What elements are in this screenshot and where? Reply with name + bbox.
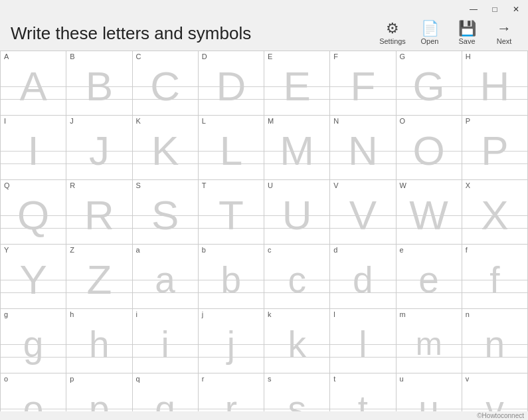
- cell-character: L: [199, 122, 264, 179]
- letter-cell: dd: [330, 245, 396, 309]
- cell-character: o: [1, 380, 66, 411]
- cell-character: u: [396, 380, 462, 411]
- close-button[interactable]: ✕: [509, 3, 523, 16]
- cell-character: F: [330, 58, 395, 115]
- cell-character: i: [133, 316, 198, 373]
- cell-character: f: [462, 251, 527, 308]
- cell-character: l: [330, 316, 395, 373]
- cell-character: m: [396, 316, 462, 373]
- letter-cell: VV: [330, 180, 396, 245]
- minimize-button[interactable]: —: [467, 3, 480, 16]
- cell-character: U: [264, 187, 329, 244]
- letter-cell: JJ: [66, 116, 132, 180]
- title-bar: — □ ✕: [0, 0, 528, 19]
- page-title: Write these letters and symbols: [11, 23, 379, 44]
- letter-cell: aa: [133, 245, 199, 309]
- letter-cell: cc: [264, 245, 330, 309]
- cell-character: Y: [1, 251, 66, 308]
- save-button[interactable]: 💾 Save: [454, 21, 480, 45]
- cell-character: O: [396, 122, 462, 179]
- letter-cell: ee: [396, 245, 462, 309]
- letter-cell: ss: [264, 373, 330, 411]
- cell-character: M: [264, 122, 329, 179]
- cell-character: Q: [1, 187, 66, 244]
- cell-character: k: [264, 316, 329, 373]
- cell-character: s: [264, 380, 329, 411]
- letter-grid: AABBCCDDEEFFGGHHIIJJKKLLMMNNOOPPQQRRSSTT…: [0, 51, 528, 411]
- cell-character: K: [133, 122, 198, 179]
- cell-character: e: [396, 251, 462, 308]
- cell-character: p: [66, 380, 132, 411]
- letter-cell: UU: [264, 180, 330, 245]
- letter-cell: oo: [1, 373, 66, 411]
- settings-button[interactable]: ⚙ Settings: [379, 21, 406, 45]
- letter-cell: WW: [396, 180, 462, 245]
- letter-cell: CC: [133, 51, 199, 116]
- maximize-button[interactable]: □: [488, 3, 501, 16]
- cell-character: T: [199, 187, 264, 244]
- letter-cell: kk: [264, 309, 330, 373]
- cell-character: P: [462, 122, 527, 179]
- cell-character: W: [396, 187, 462, 244]
- next-icon: →: [497, 21, 511, 36]
- letter-cell: hh: [66, 309, 132, 373]
- cell-character: C: [133, 58, 198, 115]
- letter-cell: EE: [264, 51, 330, 116]
- cell-character: I: [1, 122, 66, 179]
- cell-character: q: [133, 380, 198, 411]
- cell-character: R: [66, 187, 132, 244]
- cell-character: E: [264, 58, 329, 115]
- letter-cell: mm: [396, 309, 462, 373]
- cell-character: J: [66, 122, 132, 179]
- settings-label: Settings: [379, 37, 406, 45]
- save-icon: 💾: [458, 21, 476, 36]
- letter-cell: GG: [396, 51, 462, 116]
- letter-cell: gg: [1, 309, 66, 373]
- cell-character: g: [1, 316, 66, 373]
- cell-character: n: [462, 316, 527, 373]
- cell-character: V: [330, 187, 395, 244]
- toolbar: ⚙ Settings 📄 Open 💾 Save → Next: [379, 21, 517, 45]
- letter-cell: QQ: [1, 180, 66, 245]
- letter-cell: tt: [330, 373, 396, 411]
- letter-cell: PP: [462, 116, 528, 180]
- letter-cell: HH: [462, 51, 528, 116]
- letter-cell: jj: [199, 309, 264, 373]
- open-label: Open: [421, 37, 439, 45]
- next-button[interactable]: → Next: [491, 21, 517, 45]
- cell-character: S: [133, 187, 198, 244]
- letter-cell: NN: [330, 116, 396, 180]
- cell-character: h: [66, 316, 132, 373]
- letter-grid-container: AABBCCDDEEFFGGHHIIJJKKLLMMNNOOPPQQRRSSTT…: [0, 51, 528, 411]
- letter-cell: LL: [199, 116, 264, 180]
- letter-cell: RR: [66, 180, 132, 245]
- cell-character: N: [330, 122, 395, 179]
- letter-cell: pp: [66, 373, 132, 411]
- cell-character: Z: [66, 251, 132, 308]
- cell-character: a: [133, 251, 198, 308]
- cell-character: G: [396, 58, 462, 115]
- letter-cell: DD: [199, 51, 264, 116]
- header: Write these letters and symbols ⚙ Settin…: [0, 19, 528, 51]
- cell-character: r: [199, 380, 264, 411]
- cell-character: X: [462, 187, 527, 244]
- letter-cell: OO: [396, 116, 462, 180]
- cell-character: j: [199, 316, 264, 373]
- next-label: Next: [497, 37, 512, 45]
- letter-cell: BB: [66, 51, 132, 116]
- settings-icon: ⚙: [386, 21, 399, 36]
- letter-cell: ff: [462, 245, 528, 309]
- open-button[interactable]: 📄 Open: [416, 21, 443, 45]
- cell-character: D: [199, 58, 264, 115]
- letter-cell: FF: [330, 51, 396, 116]
- letter-cell: rr: [199, 373, 264, 411]
- letter-cell: bb: [199, 245, 264, 309]
- letter-cell: AA: [1, 51, 66, 116]
- letter-cell: SS: [133, 180, 199, 245]
- cell-character: b: [199, 251, 264, 308]
- letter-cell: MM: [264, 116, 330, 180]
- letter-cell: qq: [133, 373, 199, 411]
- cell-character: B: [66, 58, 132, 115]
- letter-cell: ii: [133, 309, 199, 373]
- cell-character: A: [1, 58, 66, 115]
